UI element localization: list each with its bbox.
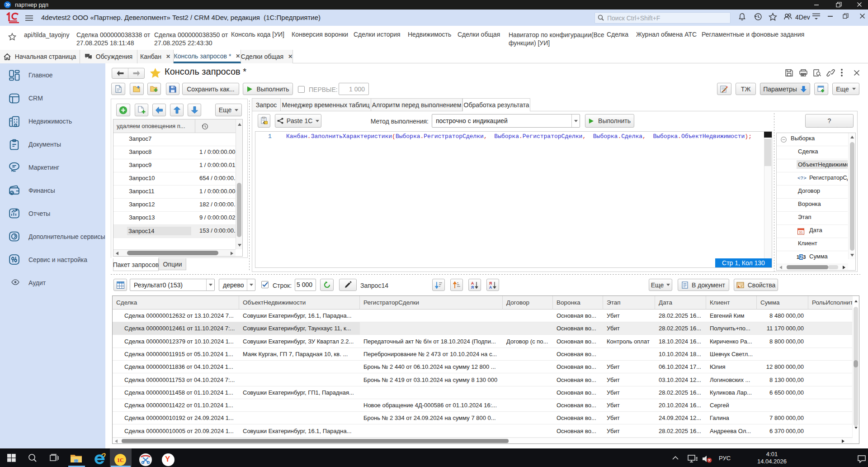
svg-text:Я: Я bbox=[471, 285, 474, 289]
svg-text:31: 31 bbox=[799, 230, 803, 234]
svg-text:А: А bbox=[489, 285, 492, 289]
